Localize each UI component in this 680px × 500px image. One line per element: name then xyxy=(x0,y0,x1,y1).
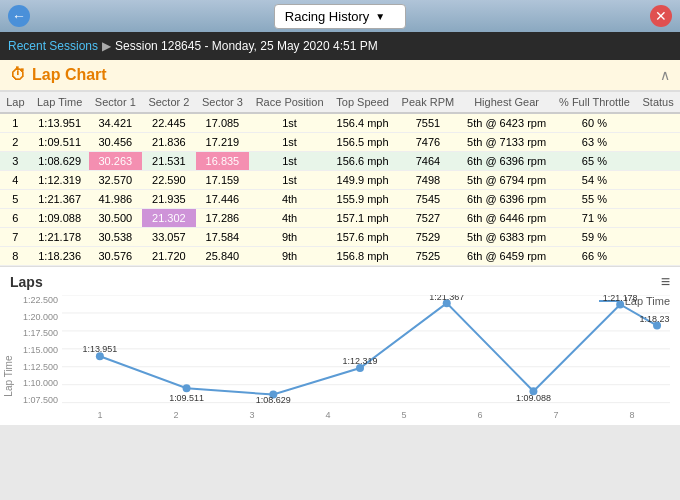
table-cell: 1 xyxy=(0,113,31,133)
table-cell: 1:09.088 xyxy=(31,209,89,228)
table-cell: 156.8 mph xyxy=(330,247,395,266)
svg-text:1:21.178: 1:21.178 xyxy=(603,295,638,303)
table-cell: 7529 xyxy=(395,228,460,247)
table-cell: 156.4 mph xyxy=(330,113,395,133)
table-row: 11:13.95134.42122.44517.0851st156.4 mph7… xyxy=(0,113,680,133)
table-cell: 71 % xyxy=(553,209,637,228)
line-chart-svg: 1:13.951 1:09.511 1:08.629 1:12.319 1:21… xyxy=(62,295,670,405)
table-cell: 41.986 xyxy=(89,190,143,209)
lap-chart-header: ⏱ Lap Chart ∧ xyxy=(0,60,680,91)
table-cell: 7551 xyxy=(395,113,460,133)
x-axis: 12345678 xyxy=(62,405,670,425)
table-cell xyxy=(636,171,680,190)
table-cell: 17.446 xyxy=(196,190,250,209)
svg-text:1:09.088: 1:09.088 xyxy=(516,393,551,403)
laps-section: Laps ≡ Lap Time Lap Time 1:22.5001:20.00… xyxy=(0,266,680,425)
col-sector2: Sector 2 xyxy=(142,92,196,114)
table-cell: 9th xyxy=(249,228,330,247)
table-cell xyxy=(636,113,680,133)
table-cell: 30.500 xyxy=(89,209,143,228)
table-cell: 5th @ 6794 rpm xyxy=(461,171,553,190)
table-cell: 30.576 xyxy=(89,247,143,266)
table-cell: 17.159 xyxy=(196,171,250,190)
svg-text:1:21.367: 1:21.367 xyxy=(429,295,464,302)
svg-text:1:13.951: 1:13.951 xyxy=(82,344,117,354)
table-cell: 66 % xyxy=(553,247,637,266)
breadcrumb-separator: ▶ xyxy=(102,39,111,53)
lap-chart-section: ⏱ Lap Chart ∧ Lap Lap Time Sector 1 Sect… xyxy=(0,60,680,266)
table-row: 81:18.23630.57621.72025.8409th156.8 mph7… xyxy=(0,247,680,266)
table-cell: 157.6 mph xyxy=(330,228,395,247)
y-axis-tick: 1:10.000 xyxy=(10,378,58,388)
recent-sessions-link[interactable]: Recent Sessions xyxy=(8,39,98,53)
table-cell: 25.840 xyxy=(196,247,250,266)
svg-text:1:08.629: 1:08.629 xyxy=(256,395,291,405)
x-axis-tick: 6 xyxy=(477,410,482,420)
table-cell: 30.456 xyxy=(89,133,143,152)
collapse-icon[interactable]: ∧ xyxy=(660,67,670,83)
table-cell: 34.421 xyxy=(89,113,143,133)
table-cell: 33.057 xyxy=(142,228,196,247)
table-cell: 4th xyxy=(249,209,330,228)
x-axis-tick: 1 xyxy=(97,410,102,420)
table-cell: 22.445 xyxy=(142,113,196,133)
table-cell: 32.570 xyxy=(89,171,143,190)
table-cell: 1:21.367 xyxy=(31,190,89,209)
table-cell: 7464 xyxy=(395,152,460,171)
table-cell: 30.263 xyxy=(89,152,143,171)
x-axis-tick: 7 xyxy=(553,410,558,420)
table-cell: 156.6 mph xyxy=(330,152,395,171)
table-cell: 17.584 xyxy=(196,228,250,247)
table-row: 51:21.36741.98621.93517.4464th155.9 mph7… xyxy=(0,190,680,209)
table-cell xyxy=(636,247,680,266)
lap-chart-title: ⏱ Lap Chart xyxy=(10,66,107,84)
x-axis-tick: 5 xyxy=(401,410,406,420)
x-axis-tick: 2 xyxy=(173,410,178,420)
table-cell: 21.935 xyxy=(142,190,196,209)
col-race-pos: Race Position xyxy=(249,92,330,114)
dropdown-label: Racing History xyxy=(285,9,370,24)
back-button[interactable]: ← xyxy=(8,5,30,27)
table-cell: 7545 xyxy=(395,190,460,209)
col-lap: Lap xyxy=(0,92,31,114)
svg-text:1:09.511: 1:09.511 xyxy=(169,393,204,403)
table-cell: 1:09.511 xyxy=(31,133,89,152)
x-axis-tick: 4 xyxy=(325,410,330,420)
table-cell: 6th @ 6459 rpm xyxy=(461,247,553,266)
close-button[interactable]: ✕ xyxy=(650,5,672,27)
laps-header: Laps ≡ xyxy=(10,273,670,291)
table-cell: 5th @ 6383 rpm xyxy=(461,228,553,247)
col-top-speed: Top Speed xyxy=(330,92,395,114)
table-cell: 1st xyxy=(249,133,330,152)
table-cell: 63 % xyxy=(553,133,637,152)
table-cell: 4th xyxy=(249,190,330,209)
table-cell: 2 xyxy=(0,133,31,152)
session-label: Session 128645 - Monday, 25 May 2020 4:5… xyxy=(115,39,378,53)
table-cell: 60 % xyxy=(553,113,637,133)
y-axis-tick: 1:15.000 xyxy=(10,345,58,355)
table-cell: 21.531 xyxy=(142,152,196,171)
col-throttle: % Full Throttle xyxy=(553,92,637,114)
table-cell: 7 xyxy=(0,228,31,247)
table-cell: 6 xyxy=(0,209,31,228)
table-cell: 3 xyxy=(0,152,31,171)
lap-table: Lap Lap Time Sector 1 Sector 2 Sector 3 … xyxy=(0,91,680,266)
racing-history-dropdown[interactable]: Racing History ▼ xyxy=(274,4,406,29)
col-status: Status xyxy=(636,92,680,114)
table-row: 71:21.17830.53833.05717.5849th157.6 mph7… xyxy=(0,228,680,247)
svg-text:1:18.236: 1:18.236 xyxy=(640,314,670,324)
top-bar: ← Racing History ▼ ✕ xyxy=(0,0,680,32)
laps-title: Laps xyxy=(10,274,43,290)
table-cell: 22.590 xyxy=(142,171,196,190)
table-cell: 6th @ 6396 rpm xyxy=(461,190,553,209)
back-icon: ← xyxy=(12,8,26,24)
table-row: 21:09.51130.45621.83617.2191st156.5 mph7… xyxy=(0,133,680,152)
y-axis-tick: 1:20.000 xyxy=(10,312,58,322)
table-cell: 1st xyxy=(249,113,330,133)
table-cell: 1:12.319 xyxy=(31,171,89,190)
table-cell: 149.9 mph xyxy=(330,171,395,190)
y-axis-tick: 1:22.500 xyxy=(10,295,58,305)
hamburger-icon[interactable]: ≡ xyxy=(661,273,670,291)
chart-area: Lap Time Lap Time 1:22.5001:20.0001:17.5… xyxy=(10,295,670,425)
table-cell: 16.835 xyxy=(196,152,250,171)
